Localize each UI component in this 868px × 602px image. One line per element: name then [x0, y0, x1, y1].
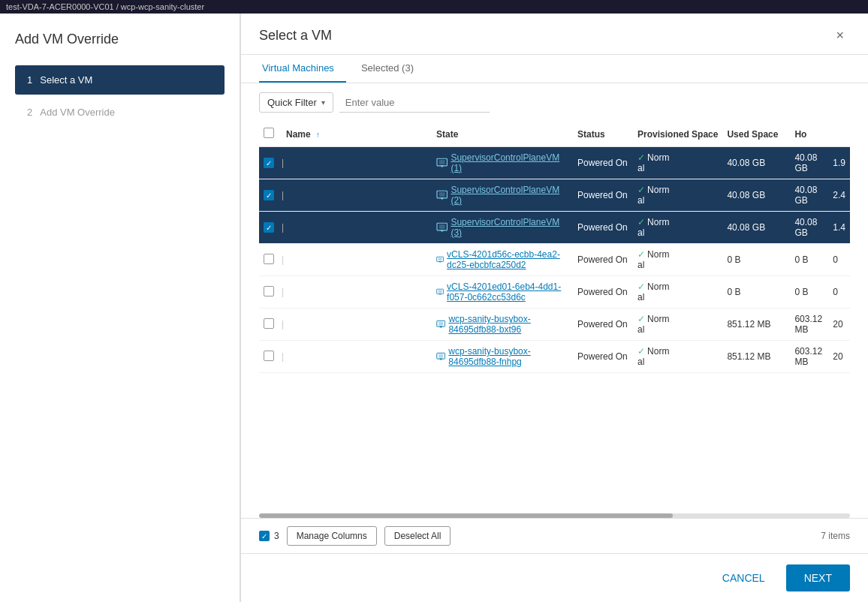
- row-pipe-divider: |: [282, 179, 432, 212]
- row-checkbox[interactable]: [264, 190, 274, 200]
- row-ho-cell: 1.4: [828, 212, 850, 244]
- row-checkbox[interactable]: [264, 286, 274, 296]
- row-provisioned-space: 851.12 MB: [722, 309, 790, 341]
- row-provisioned-space: 40.08 GB: [722, 212, 790, 244]
- vm-name-link[interactable]: SupervisorControlPlaneVM (2): [436, 185, 568, 206]
- dialog-footer: 3 Manage Columns Deselect All 7 items: [241, 518, 868, 553]
- row-checkbox-cell: [259, 276, 282, 309]
- row-used-space: 40.08 GB: [790, 179, 828, 212]
- table-row[interactable]: | SupervisorControlPlaneVM (3)Powered On…: [259, 212, 850, 244]
- row-pipe-divider: |: [282, 244, 432, 276]
- row-checkbox-cell: [259, 179, 282, 212]
- row-status-cell: ✓Normal: [633, 212, 722, 244]
- row-name-cell: SupervisorControlPlaneVM (3): [432, 212, 573, 244]
- row-ho-cell: 20: [828, 309, 850, 341]
- step-1-select-vm[interactable]: 1 Select a VM: [15, 65, 225, 95]
- tab-selected[interactable]: Selected (3): [358, 55, 426, 83]
- footer-count-badge: 3: [274, 531, 279, 541]
- row-status-cell: ✓Normal: [633, 244, 722, 276]
- status-check-icon: ✓: [637, 185, 645, 195]
- row-used-space: 0 B: [790, 276, 828, 309]
- row-status-cell: ✓Normal: [633, 147, 722, 179]
- footer-select-checkbox[interactable]: [259, 531, 270, 541]
- status-check-icon: ✓: [637, 346, 645, 357]
- row-checkbox-cell: [259, 341, 282, 373]
- row-name-cell: SupervisorControlPlaneVM (2): [432, 179, 573, 212]
- row-status-cell: ✓Normal: [633, 341, 722, 373]
- vm-name-link[interactable]: SupervisorControlPlaneVM (3): [436, 217, 568, 238]
- row-status-cell: ✓Normal: [633, 276, 722, 309]
- status-check-icon: ✓: [637, 281, 645, 292]
- main-content: Add VM Override 1 Select a VM 2 Add VM O…: [0, 14, 868, 602]
- svg-rect-21: [439, 322, 443, 326]
- quick-filter-button[interactable]: Quick Filter ▾: [259, 92, 333, 113]
- row-status-cell: ✓Normal: [633, 309, 722, 341]
- vm-name-link[interactable]: wcp-sanity-busybox-84695dfb88-bxt96: [436, 314, 568, 335]
- header-prov-label: Provisioned Space: [637, 129, 718, 140]
- row-ho-cell: 1.9: [828, 147, 850, 179]
- page-wrapper: test-VDA-7-ACER0000-VC01 / wcp-wcp-sanit…: [0, 0, 868, 602]
- close-button[interactable]: ×: [830, 26, 850, 45]
- svg-rect-9: [439, 224, 445, 229]
- row-status-cell: ✓Normal: [633, 179, 722, 212]
- add-vm-override-title: Add VM Override: [15, 32, 225, 47]
- next-button[interactable]: NEXT: [786, 564, 850, 591]
- sort-icon: ↑: [316, 131, 320, 139]
- header-used-space: Used Space: [722, 122, 790, 147]
- filter-input[interactable]: [339, 93, 490, 113]
- row-state-cell: Powered On: [573, 341, 633, 373]
- row-used-space: 40.08 GB: [790, 147, 828, 179]
- row-checkbox-cell: [259, 309, 282, 341]
- dialog-title: Select a VM: [259, 28, 332, 44]
- vm-table: Name ↑ State Status Provisioned Space: [259, 122, 850, 373]
- row-checkbox[interactable]: [264, 222, 274, 233]
- row-state-cell: Powered On: [573, 179, 633, 212]
- svg-rect-1: [439, 160, 445, 164]
- svg-rect-17: [439, 290, 442, 293]
- vm-name-link[interactable]: SupervisorControlPlaneVM (1): [436, 152, 568, 173]
- row-used-space: 0 B: [790, 244, 828, 276]
- deselect-all-button[interactable]: Deselect All: [384, 526, 451, 546]
- select-all-checkbox[interactable]: [264, 128, 274, 138]
- quick-filter-label: Quick Filter: [267, 97, 317, 108]
- row-state-cell: Powered On: [573, 309, 633, 341]
- table-row[interactable]: | SupervisorControlPlaneVM (1)Powered On…: [259, 147, 850, 179]
- header-status-label: Status: [577, 129, 605, 140]
- row-checkbox[interactable]: [264, 351, 274, 361]
- tab-virtual-machines[interactable]: Virtual Machines: [259, 55, 346, 83]
- row-pipe-divider: |: [282, 341, 432, 373]
- step-2-add-override[interactable]: 2 Add VM Override: [15, 98, 225, 127]
- chevron-down-icon: ▾: [321, 98, 325, 107]
- table-row[interactable]: | vCLS-4201ed01-6eb4-4dd1-f057-0c662cc53…: [259, 276, 850, 309]
- row-name-cell: vCLS-4201ed01-6eb4-4dd1-f057-0c662cc53d6…: [432, 276, 573, 309]
- row-name-cell: vCLS-4201d56c-ecbb-4ea2-dc25-ebcbfca250d…: [432, 244, 573, 276]
- vm-name-link[interactable]: vCLS-4201d56c-ecbb-4ea2-dc25-ebcbfca250d…: [436, 249, 568, 270]
- vm-name-link[interactable]: wcp-sanity-busybox-84695dfb88-fnhpg: [436, 346, 568, 367]
- row-checkbox[interactable]: [264, 254, 274, 264]
- row-checkbox-cell: [259, 244, 282, 276]
- vm-name-link[interactable]: vCLS-4201ed01-6eb4-4dd1-f057-0c662cc53d6…: [436, 281, 568, 303]
- header-state: State: [432, 122, 573, 147]
- row-name-cell: wcp-sanity-busybox-84695dfb88-fnhpg: [432, 341, 573, 373]
- row-checkbox-cell: [259, 212, 282, 244]
- header-name-label: Name: [286, 129, 311, 140]
- scrollbar-row: [241, 510, 868, 518]
- row-name-cell: SupervisorControlPlaneVM (1): [432, 147, 573, 179]
- row-provisioned-space: 0 B: [722, 276, 790, 309]
- action-bar: CANCEL NEXT: [241, 553, 868, 602]
- table-row[interactable]: | wcp-sanity-busybox-84695dfb88-fnhpgPow…: [259, 341, 850, 373]
- row-checkbox[interactable]: [264, 158, 274, 168]
- row-ho-cell: 20: [828, 341, 850, 373]
- row-checkbox[interactable]: [264, 318, 274, 329]
- row-pipe-divider: |: [282, 309, 432, 341]
- top-bar-text: test-VDA-7-ACER0000-VC01 / wcp-wcp-sanit…: [6, 2, 204, 11]
- status-check-icon: ✓: [637, 249, 645, 260]
- table-row[interactable]: | vCLS-4201d56c-ecbb-4ea2-dc25-ebcbfca25…: [259, 244, 850, 276]
- row-provisioned-space: 0 B: [722, 244, 790, 276]
- table-row[interactable]: | SupervisorControlPlaneVM (2)Powered On…: [259, 179, 850, 212]
- row-ho-cell: 0: [828, 244, 850, 276]
- cancel-button[interactable]: CANCEL: [710, 566, 777, 590]
- footer-left: 3 Manage Columns Deselect All: [259, 526, 451, 546]
- table-row[interactable]: | wcp-sanity-busybox-84695dfb88-bxt96Pow…: [259, 309, 850, 341]
- manage-columns-button[interactable]: Manage Columns: [287, 526, 377, 546]
